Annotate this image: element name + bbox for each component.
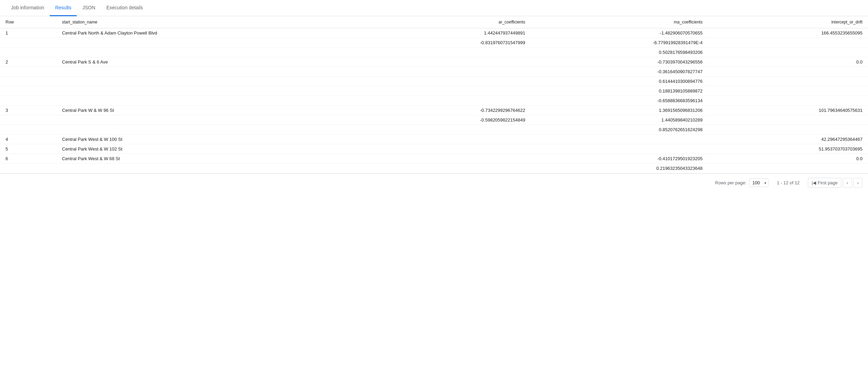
cell-ma-coefficient: 0.21963235043323648 [531,164,708,173]
table-row: 0.1881398105889872 [0,86,868,96]
table-row: -0.59820598221548491.440589840210289 [0,115,868,125]
cell-row-number [0,125,57,135]
cell-row-number [0,164,57,173]
table-footer: Rows per page: 100 10 25 50 1 - 12 of 12… [0,173,868,192]
cell-row-number: 5 [0,144,57,154]
tab-execution-details[interactable]: Execution details [101,0,149,16]
cell-intercept [708,96,868,106]
cell-ar-coefficient: -0.5982059822154849 [367,115,531,125]
cell-station-name [57,125,367,135]
cell-ma-coefficient [531,135,708,144]
prev-page-button[interactable]: ‹ [843,178,852,188]
cell-station-name: Central Park West & W 100 St [57,135,367,144]
cell-ar-coefficient [367,135,531,144]
cell-ma-coefficient: -0.6588836683596134 [531,96,708,106]
col-header-ma-coefficients: ma_coefficients [531,16,708,28]
col-header-start-station-name: start_station_name [57,16,367,28]
table-row: 0.8520762651624298 [0,125,868,135]
cell-intercept [708,38,868,48]
cell-intercept [708,115,868,125]
cell-intercept [708,48,868,57]
cell-intercept [708,77,868,86]
cell-intercept [708,86,868,96]
cell-ar-coefficient: 1.442447937449891 [367,28,531,38]
cell-ma-coefficient: 1.440589840210289 [531,115,708,125]
cell-station-name: Central Park W & W 96 St [57,106,367,115]
cell-station-name [57,67,367,77]
table-row: 2Central Park S & 6 Ave-0.73039700432965… [0,57,868,67]
cell-intercept [708,67,868,77]
cell-row-number [0,115,57,125]
cell-row-number: 3 [0,106,57,115]
cell-intercept: 42.29647295364467 [708,135,868,144]
cell-row-number [0,86,57,96]
cell-station-name: Central Park West & W 102 St [57,144,367,154]
cell-ar-coefficient [367,96,531,106]
pagination-nav: |◀ First page ‹ › [808,178,862,188]
cell-row-number: 1 [0,28,57,38]
cell-ar-coefficient [367,67,531,77]
col-header-ar-coefficients: ar_coefficients [367,16,531,28]
results-table-container: Row start_station_name ar_coefficients m… [0,16,868,173]
table-row: 3Central Park W & W 96 St-0.734229929676… [0,106,868,115]
cell-ar-coefficient [367,125,531,135]
cell-ma-coefficient: -0.7303970043296556 [531,57,708,67]
cell-ar-coefficient [367,164,531,173]
tab-job-information[interactable]: Job information [6,0,50,16]
tab-bar: Job information Results JSON Execution d… [0,0,868,16]
cell-row-number: 6 [0,154,57,164]
cell-ar-coefficient: -0.7342299296764622 [367,106,531,115]
cell-row-number [0,48,57,57]
rows-per-page-select-wrapper: 100 10 25 50 [749,178,768,187]
cell-ma-coefficient: 0.8520762651624298 [531,125,708,135]
table-row: -0.3616450907827747 [0,67,868,77]
table-row: -0.8319760731547999-6.779919928391479E-4 [0,38,868,48]
cell-ma-coefficient: 0.6144410300894776 [531,77,708,86]
cell-row-number: 4 [0,135,57,144]
cell-row-number [0,38,57,48]
cell-station-name: Central Park S & 6 Ave [57,57,367,67]
cell-row-number: 2 [0,57,57,67]
col-header-row: Row [0,16,57,28]
cell-station-name [57,48,367,57]
tab-results[interactable]: Results [50,0,77,16]
cell-ar-coefficient [367,144,531,154]
cell-ar-coefficient [367,86,531,96]
rows-per-page-select[interactable]: 100 10 25 50 [749,178,768,187]
cell-station-name [57,77,367,86]
cell-row-number [0,96,57,106]
cell-intercept [708,125,868,135]
table-header-row: Row start_station_name ar_coefficients m… [0,16,868,28]
cell-station-name [57,96,367,106]
cell-row-number [0,77,57,86]
cell-station-name: Central Park West & W 68 St [57,154,367,164]
prev-icon: ‹ [847,180,848,185]
cell-station-name [57,115,367,125]
cell-station-name: Central Park North & Adam Clayton Powell… [57,28,367,38]
cell-intercept: 0.0 [708,57,868,67]
results-table: Row start_station_name ar_coefficients m… [0,16,868,173]
cell-intercept: 51.953703703703695 [708,144,868,154]
cell-intercept [708,164,868,173]
first-page-icon: |◀ [812,180,816,185]
cell-ar-coefficient [367,77,531,86]
table-row: 0.6144410300894776 [0,77,868,86]
cell-station-name [57,38,367,48]
table-row: 4Central Park West & W 100 St42.29647295… [0,135,868,144]
cell-ma-coefficient: -1.482906070570655 [531,28,708,38]
cell-ma-coefficient: 0.5028176598493206 [531,48,708,57]
table-row: 1Central Park North & Adam Clayton Powel… [0,28,868,38]
cell-ma-coefficient [531,144,708,154]
cell-row-number [0,67,57,77]
cell-ma-coefficient: -0.3616450907827747 [531,67,708,77]
cell-ma-coefficient: 1.3691565096831206 [531,106,708,115]
tab-json[interactable]: JSON [77,0,101,16]
table-row: 6Central Park West & W 68 St-0.410172950… [0,154,868,164]
next-page-button[interactable]: › [853,178,862,188]
next-icon: › [857,180,859,185]
cell-ar-coefficient [367,48,531,57]
first-page-label: First page [818,180,838,185]
cell-ar-coefficient [367,154,531,164]
first-page-button[interactable]: |◀ First page [808,178,841,188]
col-header-intercept-or-drift: intercept_or_drift [708,16,868,28]
